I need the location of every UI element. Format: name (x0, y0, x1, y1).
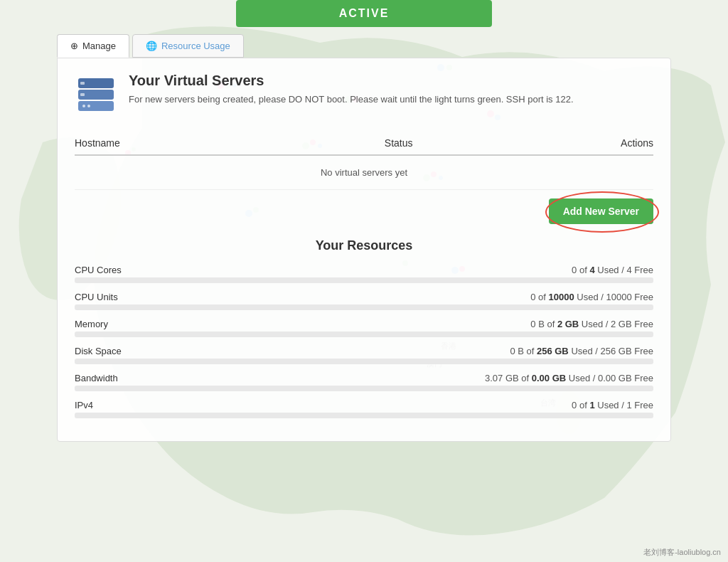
server-table: Hostname Status Actions No virtual serve… (75, 132, 653, 190)
tabs-container: ⊕ Manage 🌐 Resource Usage (57, 34, 671, 58)
main-content: ⊕ Manage 🌐 Resource Usage (57, 34, 671, 442)
resource-label-row: CPU Units 0 of 10000 Used / 10000 Free (75, 292, 653, 302)
tab-manage[interactable]: ⊕ Manage (57, 34, 129, 58)
vps-icon (75, 73, 117, 117)
watermark: 老刘博客-laoliublog.cn (643, 547, 721, 558)
svg-rect-31 (80, 93, 85, 96)
resource-row: Bandwidth 3.07 GB of 0.00 GB Used / 0.00… (75, 373, 653, 391)
resource-row: Disk Space 0 B of 256 GB Used / 256 GB F… (75, 346, 653, 364)
resource-usage: 0 of 10000 Used / 10000 Free (530, 292, 653, 302)
resource-usage: 0 of 1 Used / 1 Free (572, 400, 653, 410)
resource-label-row: Bandwidth 3.07 GB of 0.00 GB Used / 0.00… (75, 373, 653, 383)
resource-row: Memory 0 B of 2 GB Used / 2 GB Free (75, 319, 653, 337)
progress-bar-bg (75, 359, 653, 364)
resource-name: CPU Cores (75, 265, 122, 275)
tab-resource-label: Resource Usage (161, 41, 230, 51)
resource-usage: 0 B of 256 GB Used / 256 GB Free (510, 346, 653, 356)
tab-manage-label: Manage (82, 41, 116, 51)
resource-usage: 0 B of 2 GB Used / 2 GB Free (530, 319, 653, 329)
vps-title: Your Virtual Servers (129, 73, 574, 89)
progress-bar-bg (75, 304, 653, 310)
add-new-server-button[interactable]: Add New Server (549, 198, 653, 224)
svg-point-33 (87, 105, 90, 107)
col-hostname: Hostname (75, 132, 322, 155)
resource-name: Memory (75, 319, 108, 329)
resource-row: IPv4 0 of 1 Used / 1 Free (75, 400, 653, 418)
svg-point-32 (82, 105, 85, 107)
progress-bar-bg (75, 413, 653, 418)
resource-label-row: CPU Cores 0 of 4 Used / 4 Free (75, 265, 653, 275)
col-actions: Actions (476, 132, 653, 155)
cloud-icon: 🌐 (146, 41, 157, 51)
resource-row: CPU Units 0 of 10000 Used / 10000 Free (75, 292, 653, 310)
resource-usage: 0 of 4 Used / 4 Free (572, 265, 653, 275)
vps-info: Your Virtual Servers For new servers bei… (129, 73, 574, 106)
resources-title: Your Resources (75, 238, 653, 253)
content-panel: Your Virtual Servers For new servers bei… (57, 58, 671, 442)
svg-rect-30 (80, 82, 85, 85)
resource-label-row: Disk Space 0 B of 256 GB Used / 256 GB F… (75, 346, 653, 356)
progress-bar-bg (75, 332, 653, 337)
empty-message: No virtual servers yet (75, 155, 653, 190)
vps-subtitle: For new servers being created, please DO… (129, 93, 574, 106)
active-bar: ACTIVE (0, 0, 728, 27)
resources-list: CPU Cores 0 of 4 Used / 4 Free CPU Units… (75, 265, 653, 418)
resource-name: CPU Units (75, 292, 118, 302)
resource-name: IPv4 (75, 400, 93, 410)
globe-icon: ⊕ (70, 41, 78, 51)
resource-name: Bandwidth (75, 373, 118, 383)
tab-resource-usage[interactable]: 🌐 Resource Usage (132, 34, 244, 58)
col-status: Status (322, 132, 476, 155)
resource-name: Disk Space (75, 346, 122, 356)
resource-row: CPU Cores 0 of 4 Used / 4 Free (75, 265, 653, 283)
page-wrapper: 台湾 香港 澳门 ACTIVE ⊕ Manage 🌐 Resource Usag… (0, 0, 728, 562)
resource-label-row: IPv4 0 of 1 Used / 1 Free (75, 400, 653, 410)
resource-label-row: Memory 0 B of 2 GB Used / 2 GB Free (75, 319, 653, 329)
active-button: ACTIVE (236, 0, 492, 27)
resource-usage: 3.07 GB of 0.00 GB Used / 0.00 GB Free (485, 373, 653, 383)
progress-bar-bg (75, 277, 653, 283)
action-row: Add New Server (75, 198, 653, 224)
empty-row: No virtual servers yet (75, 155, 653, 190)
vps-header: Your Virtual Servers For new servers bei… (75, 73, 653, 117)
progress-bar-bg (75, 386, 653, 391)
